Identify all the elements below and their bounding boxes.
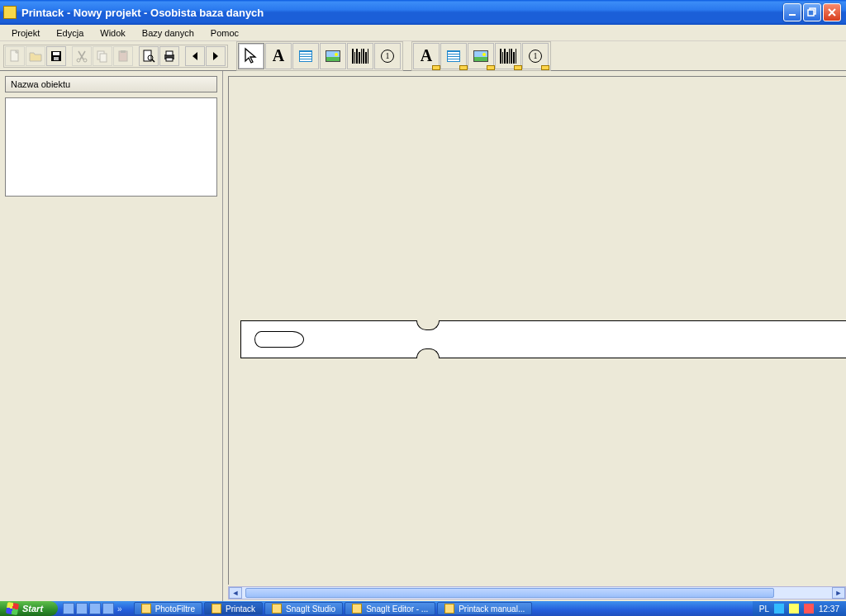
taskbar-task[interactable]: PhotoFiltre [134,602,202,615]
start-label: Start [22,604,43,614]
cursor-icon [242,47,260,65]
database-badge-icon [514,65,522,70]
open-button[interactable] [26,46,45,66]
task-label: SnagIt Studio [286,604,335,614]
language-indicator[interactable]: PL [759,604,769,614]
label-notch-top [416,320,440,330]
preview-button[interactable] [139,46,159,66]
workspace: Nazwa obiektu ◄ ► [0,71,846,601]
task-label: Printack manual... [459,604,525,614]
file-toolbar [3,45,228,68]
label-hole-shape [254,331,304,348]
triangle-left-icon [192,52,197,60]
database-badge-icon [459,65,468,70]
quick-launch-more[interactable]: » [116,604,124,614]
quick-launch: » [63,603,124,614]
scroll-left-button[interactable]: ◄ [229,587,242,599]
triangle-right-icon [213,52,218,60]
app-icon [3,6,17,19]
taskbar-task[interactable]: SnagIt Studio [264,602,343,615]
restore-button[interactable] [803,3,821,21]
quick-launch-item[interactable] [76,603,88,614]
barcode-tool-button[interactable] [347,43,373,69]
next-record-button[interactable] [206,46,226,66]
label-template-shape[interactable] [240,320,846,358]
window-controls [783,3,841,21]
menu-pomoc[interactable]: Pomoc [204,26,245,40]
taskbar-task[interactable]: Printack [204,602,263,615]
task-label: SnagIt Editor - ... [366,604,428,614]
image-tool-button[interactable] [320,43,346,69]
select-tool-button[interactable] [238,43,264,69]
taskbar-task[interactable]: SnagIt Editor - ... [345,602,435,615]
taskbar-tasks: PhotoFiltre Printack SnagIt Studio SnagI… [134,602,753,615]
circled-one-icon: 1 [529,50,542,63]
task-icon [444,604,454,614]
menu-widok[interactable]: Widok [93,26,132,40]
design-canvas[interactable] [228,76,846,585]
menu-projekt[interactable]: Projekt [5,26,46,40]
minimize-button[interactable] [783,3,801,21]
quick-launch-item[interactable] [102,603,114,614]
horizontal-scrollbar[interactable]: ◄ ► [228,586,846,599]
save-button[interactable] [46,46,66,66]
prev-record-button[interactable] [185,46,205,66]
tray-icon[interactable] [804,604,814,614]
clock[interactable]: 12:37 [819,604,839,614]
new-button[interactable] [5,46,25,66]
quick-launch-item[interactable] [63,603,74,614]
db-image-tool-button[interactable] [468,43,494,69]
db-barcode-tool-button[interactable] [495,43,521,69]
tray-icon[interactable] [774,604,784,614]
circled-one-icon: 1 [381,50,394,63]
textblock-tool-button[interactable] [292,43,319,69]
canvas-area: ◄ ► [223,71,846,601]
menu-bar: Projekt Edycja Widok Bazy danych Pomoc [0,25,846,41]
svg-rect-5 [53,52,59,55]
quick-launch-item[interactable] [89,603,101,614]
barcode-icon [352,49,368,64]
start-button[interactable]: Start [0,601,58,616]
svg-rect-6 [54,57,59,60]
svg-rect-10 [100,54,107,62]
task-icon [141,604,151,614]
db-text-tool-button[interactable]: A [413,43,440,69]
database-badge-icon [487,65,495,70]
barcode-icon [500,49,516,64]
letter-a-icon: A [421,46,432,65]
system-tray: PL 12:37 [753,601,846,616]
objects-panel-header[interactable]: Nazwa obiektu [5,76,217,92]
objects-panel: Nazwa obiektu [0,71,223,601]
svg-rect-16 [166,51,173,55]
letter-a-icon: A [273,46,284,65]
task-label: PhotoFiltre [155,604,195,614]
window-title: Printack - Nowy projekt - Osobista baza … [21,7,264,19]
db-textblock-tool-button[interactable] [440,43,467,69]
menu-bazy-danych[interactable]: Bazy danych [135,26,201,40]
db-sequence-tool-button[interactable]: 1 [522,43,549,69]
menu-edycja[interactable]: Edycja [50,26,90,40]
scroll-track[interactable] [242,587,832,599]
scroll-right-button[interactable]: ► [832,587,845,599]
database-badge-icon [541,65,549,70]
sequence-tool-button[interactable]: 1 [374,43,401,69]
svg-rect-12 [121,50,126,53]
taskbar-task[interactable]: Printack manual... [437,602,532,615]
svg-point-7 [77,59,80,62]
windows-taskbar: Start » PhotoFiltre Printack SnagIt Stud… [0,601,846,616]
svg-rect-17 [166,58,173,61]
objects-list[interactable] [5,97,217,197]
db-tools-toolbar: A 1 [411,41,551,71]
scroll-thumb[interactable] [245,588,774,598]
text-tool-button[interactable]: A [265,43,292,69]
close-button[interactable] [823,3,841,21]
tools-toolbar: A 1 [236,41,403,71]
paste-button[interactable] [113,46,133,66]
picture-icon [473,50,488,62]
print-button[interactable] [159,46,179,66]
svg-point-8 [83,59,87,62]
tray-volume-icon[interactable] [789,604,799,614]
cut-button[interactable] [72,46,92,66]
copy-button[interactable] [93,46,112,66]
picture-icon [326,50,340,62]
